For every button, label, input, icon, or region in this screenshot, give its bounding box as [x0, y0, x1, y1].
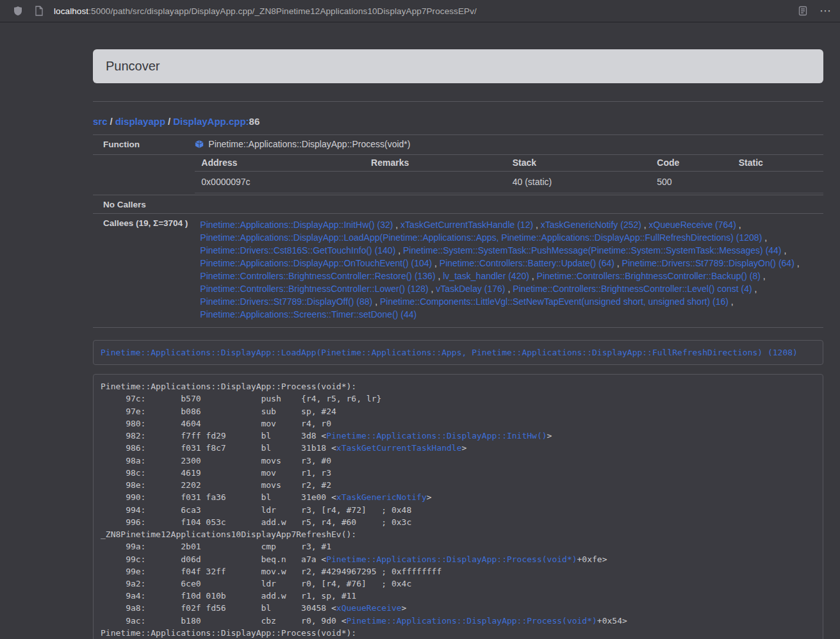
callee-separator: ,	[614, 258, 622, 268]
overflow-menu-icon[interactable]: ⋯	[819, 5, 831, 17]
asm-line: Pinetime::Applications::DisplayApp::Proc…	[101, 380, 816, 392]
asm-text: Pinetime::Applications::DisplayApp::Proc…	[101, 628, 356, 638]
asm-line: 980: 4604 mov r4, r0	[101, 417, 816, 430]
col-address: Address	[195, 155, 365, 172]
col-stack: Stack	[506, 155, 651, 172]
breadcrumb: src/displayapp/DisplayApp.cpp:86	[93, 116, 823, 127]
callee-link[interactable]: Pinetime::Drivers::Cst816S::GetTouchInfo…	[200, 245, 395, 255]
asm-text: 97e: b086 sub sp, #24	[101, 407, 336, 416]
no-callers-label: No Callers	[93, 195, 192, 214]
tracking-shield-icon[interactable]	[12, 4, 24, 17]
callee-link[interactable]: Pinetime::Controllers::BrightnessControl…	[513, 284, 752, 294]
callee-link[interactable]: vTaskDelay (176)	[436, 284, 505, 294]
url-path: :5000/path/src/displayapp/DisplayApp.cpp…	[88, 6, 477, 16]
asm-line: 996: f104 053c add.w r5, r4, #60 ; 0x3c	[101, 516, 816, 528]
asm-line: 98a: 2300 movs r3, #0	[101, 455, 816, 467]
callee-separator: ,	[395, 245, 403, 255]
breadcrumb-file[interactable]: DisplayApp.cpp:	[173, 116, 249, 127]
callee-link[interactable]: Pinetime::Applications::DisplayApp::Load…	[200, 232, 762, 243]
asm-text: +0x54>	[597, 616, 627, 626]
callees-list: Pinetime::Applications::DisplayApp::Init…	[195, 214, 823, 326]
cell-static	[732, 172, 823, 193]
asm-text: 98a: 2300 movs r3, #0	[101, 456, 331, 465]
breadcrumb-src[interactable]: src	[93, 116, 108, 127]
detail-header-row: Address Remarks Stack Code Static	[195, 155, 823, 172]
asm-text: 986: f031 f8c7 bl 31b18 <	[101, 443, 336, 453]
callee-link[interactable]: Pinetime::Drivers::St7789::DisplayOn() (…	[622, 258, 795, 268]
callee-link[interactable]: xTaskGetCurrentTaskHandle (12)	[400, 220, 533, 230]
divider	[93, 101, 823, 102]
callee-link[interactable]: Pinetime::Controllers::BrightnessControl…	[200, 271, 435, 281]
asm-text: 9ac: b180 cbz r0, 9d0 <	[101, 616, 347, 626]
callee-separator: ,	[762, 232, 767, 243]
symbol-link[interactable]: xTaskGetCurrentTaskHandle	[336, 443, 462, 453]
asm-line: 98c: 4619 mov r1, r3	[101, 467, 816, 479]
callee-separator: ,	[393, 220, 400, 230]
detail-row-label	[93, 155, 192, 195]
symbol-link[interactable]: Pinetime::Applications::DisplayApp::Proc…	[326, 554, 577, 564]
asm-text: >	[462, 443, 467, 453]
asm-text: >	[427, 492, 432, 502]
detail-row: Address Remarks Stack Code Static 0x0000…	[93, 155, 823, 195]
callee-link[interactable]: Pinetime::Drivers::St7789::DisplayOff() …	[200, 296, 372, 307]
cell-address: 0x0000097c	[195, 172, 365, 193]
callee-link[interactable]: Pinetime::System::SystemTask::PushMessag…	[403, 245, 782, 255]
asm-line: 99e: f04f 32ff mov.w r2, #4294967295 ; 0…	[101, 565, 816, 578]
callee-separator: ,	[372, 296, 380, 307]
asm-text: >	[402, 603, 407, 613]
callees-label: Callees (19, Σ=3704 )	[93, 214, 192, 328]
function-icon	[195, 140, 204, 149]
col-static: Static	[732, 155, 823, 172]
callee-separator: ,	[429, 284, 436, 294]
callee-link[interactable]: xQueueReceive (764)	[649, 220, 736, 230]
asm-text: 99a: 2b01 cmp r3, #1	[101, 542, 331, 551]
snippet-header: Pinetime::Applications::DisplayApp::Load…	[93, 340, 823, 365]
disassembly-block: Pinetime::Applications::DisplayApp::Proc…	[93, 374, 823, 639]
asm-line: 982: f7ff fd29 bl 3d8 <Pinetime::Applica…	[101, 430, 816, 442]
asm-line: 98e: 2202 movs r2, #2	[101, 479, 816, 491]
asm-text: 97c: b570 push {r4, r5, r6, lr}	[101, 394, 381, 403]
cell-stack: 40 (static)	[506, 172, 651, 193]
app-header: Puncover	[93, 49, 823, 83]
breadcrumb-separator: /	[108, 116, 115, 127]
no-callers-row: No Callers	[93, 195, 823, 214]
symbol-link[interactable]: Pinetime::Applications::DisplayApp::Init…	[326, 431, 547, 441]
callee-link[interactable]: Pinetime::Controllers::BrightnessControl…	[200, 284, 428, 294]
callee-separator: ,	[795, 258, 800, 268]
symbol-link[interactable]: xTaskGenericNotify	[336, 492, 427, 502]
asm-text: 9a2: 6ce0 ldr r0, [r4, #76] ; 0x4c	[101, 579, 411, 588]
callee-link[interactable]: Pinetime::Controllers::Battery::Update()…	[440, 258, 614, 268]
asm-text: 982: f7ff fd29 bl 3d8 <	[101, 431, 326, 441]
callee-separator: ,	[529, 271, 537, 281]
callee-link[interactable]: Pinetime::Controllers::BrightnessControl…	[537, 271, 761, 281]
callee-link[interactable]: xTaskGenericNotify (252)	[541, 220, 641, 230]
url-host: localhost	[54, 6, 88, 16]
page-info-icon[interactable]	[33, 4, 45, 17]
asm-text: _ZN8Pinetime12Applications10DisplayApp7R…	[101, 530, 356, 539]
asm-text: 98c: 4619 mov r1, r3	[101, 468, 331, 478]
asm-line: 9a4: f10d 010b add.w r1, sp, #11	[101, 590, 816, 602]
asm-line: 986: f031 f8c7 bl 31b18 <xTaskGetCurrent…	[101, 442, 816, 454]
snippet-link[interactable]: Pinetime::Applications::DisplayApp::Load…	[101, 348, 798, 357]
symbol-link[interactable]: Pinetime::Applications::DisplayApp::Proc…	[347, 616, 597, 626]
breadcrumb-displayapp[interactable]: displayapp	[115, 116, 165, 127]
asm-text: 98e: 2202 movs r2, #2	[101, 480, 331, 490]
callee-separator: ,	[752, 284, 757, 294]
callee-separator: ,	[506, 284, 513, 294]
callee-link[interactable]: Pinetime::Applications::DisplayApp::Init…	[200, 220, 393, 230]
reader-view-icon[interactable]	[796, 4, 809, 17]
callee-link[interactable]: Pinetime::Components::LittleVgl::SetNewT…	[380, 296, 729, 307]
url-bar[interactable]: localhost:5000/path/src/displayapp/Displ…	[54, 6, 787, 16]
callee-separator: ,	[729, 296, 734, 307]
asm-line: _ZN8Pinetime12Applications10DisplayApp7R…	[101, 528, 816, 540]
callee-link[interactable]: Pinetime::Applications::DisplayApp::OnTo…	[200, 258, 432, 268]
asm-text: Pinetime::Applications::DisplayApp::Proc…	[101, 382, 356, 391]
asm-line: 97e: b086 sub sp, #24	[101, 405, 816, 417]
col-remarks: Remarks	[365, 155, 506, 172]
callee-link[interactable]: lv_task_handler (420)	[443, 271, 529, 281]
callee-link[interactable]: Pinetime::Applications::Screens::Timer::…	[200, 309, 416, 320]
asm-text: 9a8: f02f fd56 bl 30458 <	[101, 603, 336, 613]
page-content: Puncover src/displayapp/DisplayApp.cpp:8…	[93, 22, 823, 639]
asm-line: 994: 6ca3 ldr r3, [r4, #72] ; 0x48	[101, 504, 816, 516]
symbol-link[interactable]: xQueueReceive	[336, 603, 402, 613]
